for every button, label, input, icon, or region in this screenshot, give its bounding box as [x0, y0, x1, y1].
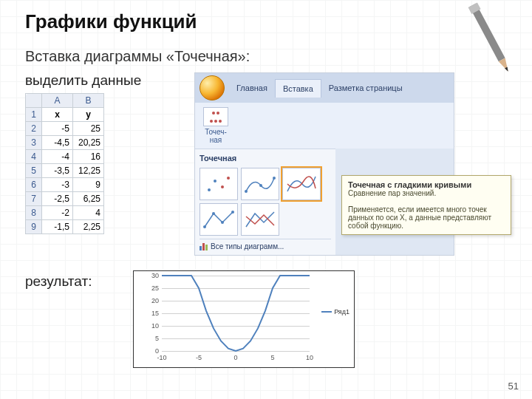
excel-ribbon: Главная Вставка Разметка страницы Точеч-… — [194, 72, 454, 256]
cell[interactable]: 20,25 — [73, 136, 104, 150]
cell[interactable]: -1,5 — [42, 220, 73, 234]
bar-chart-icon — [200, 243, 208, 250]
cell[interactable]: -3 — [42, 178, 73, 192]
row-header[interactable]: 9 — [26, 220, 42, 234]
cell[interactable]: x — [42, 108, 73, 122]
gallery-item-lines-markers[interactable] — [200, 203, 238, 236]
row-header[interactable]: 5 — [26, 164, 42, 178]
col-header-b[interactable]: B — [73, 94, 104, 108]
cell[interactable]: y — [73, 108, 104, 122]
col-header-a[interactable]: A — [42, 94, 73, 108]
cell[interactable]: 9 — [73, 178, 104, 192]
tooltip-line1: Сравнение пар значений. — [348, 189, 436, 197]
tab-insert[interactable]: Вставка — [275, 79, 321, 98]
svg-point-12 — [212, 212, 215, 215]
gallery-item-lines[interactable] — [241, 203, 279, 236]
row-header[interactable]: 7 — [26, 192, 42, 206]
svg-point-8 — [245, 190, 248, 193]
tooltip-title: Точечная с гладкими кривыми — [348, 180, 471, 189]
chart-legend: Ряд1 — [321, 308, 349, 316]
gallery-item-markers[interactable] — [200, 168, 238, 200]
svg-point-5 — [214, 180, 216, 183]
cell[interactable]: 12,25 — [73, 164, 104, 178]
page-title: Графики функций — [25, 10, 507, 33]
svg-point-7 — [227, 177, 230, 180]
row-header[interactable]: 6 — [26, 178, 42, 192]
gallery-item-smooth[interactable] — [282, 168, 321, 200]
cell[interactable]: 4 — [73, 206, 104, 220]
chart-tooltip: Точечная с гладкими кривыми Сравнение па… — [341, 175, 511, 235]
gallery-all-types[interactable]: Все типы диаграмм... — [200, 239, 331, 250]
select-data-caption: выделить данные — [25, 72, 184, 89]
gallery-title: Точечная — [200, 154, 331, 165]
scatter-button-label: Точеч-ная — [205, 128, 227, 144]
svg-point-13 — [221, 221, 224, 224]
row-header[interactable]: 8 — [26, 206, 42, 220]
svg-point-11 — [203, 225, 206, 228]
cell[interactable]: -3,5 — [42, 164, 73, 178]
subtitle: Вставка диаграммы «Точечная»: — [25, 48, 507, 65]
tooltip-line2: Применяется, если имеется много точек да… — [348, 205, 491, 230]
cell[interactable]: -4,5 — [42, 136, 73, 150]
cell[interactable]: -2,5 — [42, 192, 73, 206]
result-caption: результат: — [25, 270, 121, 290]
scatter-icon — [203, 107, 228, 126]
svg-point-9 — [259, 184, 262, 187]
page-number: 51 — [508, 381, 519, 392]
spreadsheet: A B 1xy2-5253-4,520,254-4165-3,512,256-3… — [25, 93, 104, 234]
svg-point-6 — [221, 185, 224, 188]
row-header[interactable]: 1 — [26, 108, 42, 122]
tab-home[interactable]: Главная — [229, 79, 275, 97]
row-header[interactable]: 2 — [26, 122, 42, 136]
cell[interactable]: -4 — [42, 150, 73, 164]
sheet-corner[interactable] — [26, 94, 42, 108]
svg-point-4 — [208, 188, 211, 191]
scatter-chart-button[interactable]: Точеч-ная — [200, 107, 232, 144]
gallery-item-smooth-markers[interactable] — [241, 168, 279, 200]
svg-point-10 — [273, 177, 276, 180]
result-chart: 051015202530-10-50510 Ряд1 — [133, 270, 355, 368]
row-header[interactable]: 3 — [26, 136, 42, 150]
office-button[interactable] — [200, 75, 225, 100]
tab-page-layout[interactable]: Разметка страницы — [321, 79, 410, 97]
cell[interactable]: 2,25 — [73, 220, 104, 234]
cell[interactable]: -5 — [42, 122, 73, 136]
svg-point-14 — [231, 211, 234, 214]
cell[interactable]: 16 — [73, 150, 104, 164]
cell[interactable]: 6,25 — [73, 192, 104, 206]
cell[interactable]: 25 — [73, 122, 104, 136]
cell[interactable]: -2 — [42, 206, 73, 220]
row-header[interactable]: 4 — [26, 150, 42, 164]
scatter-gallery: Точечная — [195, 149, 335, 255]
